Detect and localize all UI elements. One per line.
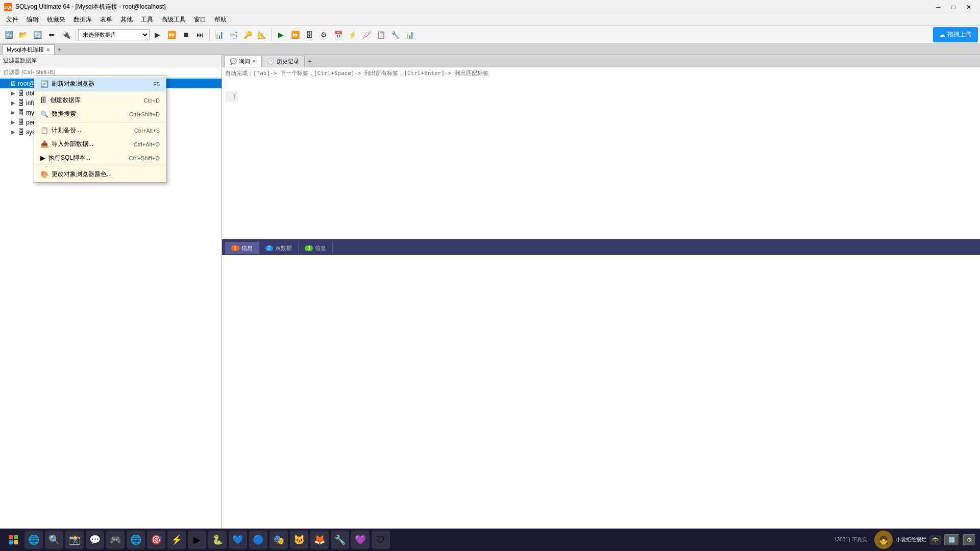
taskbar-camera[interactable]: 📸 bbox=[65, 531, 84, 549]
tool-key[interactable]: 🔑 bbox=[241, 28, 254, 41]
tool-green1[interactable]: ▶ bbox=[274, 28, 287, 41]
add-query-tab-button[interactable]: + bbox=[305, 57, 315, 65]
query-tab-bar: 💬 询问 ✕ 🕐 历史记录 + bbox=[222, 55, 980, 67]
taskbar-app8[interactable]: 💜 bbox=[351, 531, 370, 549]
taskbar-vscode[interactable]: 💙 bbox=[229, 531, 247, 549]
ctx-exec-label: 执行SQL脚本... bbox=[48, 154, 90, 162]
tab-ask-close[interactable]: ✕ bbox=[252, 59, 256, 64]
tool-extra2[interactable]: 📊 bbox=[403, 28, 416, 41]
close-button[interactable]: ✕ bbox=[962, 2, 976, 12]
menu-edit[interactable]: 编辑 bbox=[22, 14, 43, 25]
menu-tools[interactable]: 工具 bbox=[137, 14, 157, 25]
result-tab-message[interactable]: 3 信息 bbox=[299, 242, 333, 254]
conn-tab-label: Mysql本机连接 bbox=[7, 46, 44, 54]
tool-event[interactable]: 📅 bbox=[331, 28, 345, 41]
database-selector[interactable]: 未选择数据库 bbox=[78, 29, 150, 40]
settings-tray-button[interactable]: ⚙ bbox=[963, 534, 976, 546]
connection-tab-mysql[interactable]: Mysql本机连接 ✕ bbox=[2, 44, 55, 55]
result-panel: 1 信息 2 表数据 3 信息 全部 bbox=[222, 241, 980, 551]
tool-extra1[interactable]: 🔧 bbox=[388, 28, 402, 41]
ctx-change-color[interactable]: 🎨 更改对象浏览器颜色... bbox=[34, 167, 166, 181]
result-tab-tabledata[interactable]: 2 表数据 bbox=[259, 242, 299, 254]
tool-exec[interactable]: ▶ bbox=[151, 28, 164, 41]
keyboard-indicator[interactable]: 中 bbox=[929, 535, 941, 545]
add-connection-button[interactable]: + bbox=[55, 45, 64, 54]
ctx-refresh[interactable]: 🔄 刷新对象浏览器 F5 bbox=[34, 77, 166, 91]
tool-green2[interactable]: ⏩ bbox=[288, 28, 302, 41]
icon-db01: 🗄 bbox=[18, 89, 24, 97]
taskbar-app1[interactable]: ⚡ bbox=[167, 531, 186, 549]
taskbar-right: 1303门 不真实 👧 小裳拒绝摆烂 中 🔡 ⚙ bbox=[830, 531, 976, 549]
ctx-search-shortcut: Ctrl+Shift+D bbox=[129, 111, 160, 117]
tool-connect[interactable]: 🔌 bbox=[59, 28, 72, 41]
tool-exec-all[interactable]: ⏩ bbox=[165, 28, 178, 41]
conn-tab-close[interactable]: ✕ bbox=[46, 47, 50, 53]
root-icon: 🖥 bbox=[10, 80, 16, 87]
toggle-db01: ▶ bbox=[11, 90, 16, 96]
menu-table[interactable]: 表单 bbox=[96, 14, 116, 25]
taskbar-pycharm[interactable]: 🐍 bbox=[208, 531, 227, 549]
tool-report[interactable]: 📋 bbox=[374, 28, 387, 41]
maximize-button[interactable]: □ bbox=[946, 2, 961, 12]
tool-stop[interactable]: ⏹ bbox=[179, 28, 192, 41]
ctx-search[interactable]: 🔍 数据搜索 Ctrl+Shift+D bbox=[34, 107, 166, 121]
taskbar-search[interactable]: 🔍 bbox=[45, 531, 63, 549]
tool-chart[interactable]: 📈 bbox=[360, 28, 373, 41]
ime-button[interactable]: 🔡 bbox=[944, 534, 960, 546]
tool-index[interactable]: 📑 bbox=[227, 28, 240, 41]
svg-rect-2 bbox=[9, 540, 13, 544]
taskbar-app2[interactable]: ▶ bbox=[188, 531, 206, 549]
tool-schema[interactable]: 📐 bbox=[255, 28, 268, 41]
query-tab-history[interactable]: 🕐 历史记录 bbox=[262, 56, 305, 67]
menu-other[interactable]: 其他 bbox=[116, 14, 137, 25]
taskbar-edge[interactable]: 🌐 bbox=[24, 531, 43, 549]
result-content bbox=[222, 255, 980, 540]
toggle-sys: ▶ bbox=[11, 129, 16, 135]
menu-advanced[interactable]: 高级工具 bbox=[157, 14, 190, 25]
anime-character: 👧 bbox=[874, 531, 893, 549]
taskbar: 🌐 🔍 📸 💬 🎮 🌐 🎯 ⚡ ▶ 🐍 💙 🔵 🎭 🐱 🦊 🔧 💜 🛡 1303… bbox=[0, 529, 980, 551]
right-panel: 💬 询问 ✕ 🕐 历史记录 + 自动完成：[Tab]-> 下一个标签，[Ctrl… bbox=[222, 55, 980, 551]
taskbar-app5[interactable]: 🐱 bbox=[290, 531, 308, 549]
tool-proc[interactable]: ⚙ bbox=[317, 28, 330, 41]
taskbar-epic[interactable]: 🎮 bbox=[106, 531, 125, 549]
menu-database[interactable]: 数据库 bbox=[69, 14, 96, 25]
taskbar-app6[interactable]: 🦊 bbox=[310, 531, 329, 549]
title-bar: SQL SQLyog Ultimate 64 - [Mysql本机连接 - ro… bbox=[0, 0, 980, 14]
taskbar-app4[interactable]: 🎭 bbox=[270, 531, 288, 549]
taskbar-app9[interactable]: 🛡 bbox=[372, 531, 390, 549]
minimize-button[interactable]: ─ bbox=[931, 2, 945, 12]
tool-back[interactable]: ⬅ bbox=[45, 28, 58, 41]
editor-content[interactable] bbox=[239, 79, 977, 222]
tool-table[interactable]: 📊 bbox=[212, 28, 226, 41]
system-tray: 1303门 不真实 bbox=[830, 536, 871, 543]
tool-refresh[interactable]: 🔄 bbox=[31, 28, 44, 41]
tool-trigger[interactable]: ⚡ bbox=[346, 28, 359, 41]
taskbar-app7[interactable]: 🔧 bbox=[331, 531, 349, 549]
ctx-backup-icon: 📋 bbox=[40, 127, 48, 134]
tool-next[interactable]: ⏭ bbox=[193, 28, 207, 41]
separator-2 bbox=[209, 29, 210, 41]
taskbar-app3[interactable]: 🔵 bbox=[249, 531, 267, 549]
ctx-exec-sql[interactable]: ▶ 执行SQL脚本... Ctrl+Shift+Q bbox=[34, 151, 166, 165]
ctx-schedule-backup[interactable]: 📋 计划备份... Ctrl+Alt+S bbox=[34, 123, 166, 137]
tool-new[interactable]: 🆕 bbox=[2, 28, 15, 41]
taskbar-wechat[interactable]: 💬 bbox=[86, 531, 104, 549]
upload-button[interactable]: ☁ 拖拽上传 bbox=[933, 27, 978, 42]
tool-db-connect[interactable]: 🗄 bbox=[303, 28, 316, 41]
result-tab-message-label: 信息 bbox=[315, 244, 326, 252]
menu-window[interactable]: 窗口 bbox=[190, 14, 210, 25]
taskbar-chrome[interactable]: 🌐 bbox=[127, 531, 145, 549]
start-button[interactable] bbox=[4, 531, 22, 549]
query-tab-ask[interactable]: 💬 询问 ✕ bbox=[224, 56, 262, 67]
menu-help[interactable]: 帮助 bbox=[210, 14, 231, 25]
context-menu: 🔄 刷新对象浏览器 F5 🗄 创建数据库 Ctrl+D 🔍 数据搜索 Ctrl+… bbox=[34, 76, 166, 183]
result-tab-info[interactable]: 1 信息 bbox=[225, 242, 259, 254]
taskbar-steam[interactable]: 🎯 bbox=[147, 531, 165, 549]
ctx-import[interactable]: 📥 导入外部数据... Ctrl+Alt+O bbox=[34, 137, 166, 151]
menu-favorites[interactable]: 收藏夹 bbox=[43, 14, 69, 25]
ctx-create-db[interactable]: 🗄 创建数据库 Ctrl+D bbox=[34, 93, 166, 107]
tool-open[interactable]: 📂 bbox=[16, 28, 30, 41]
main-window: SQL SQLyog Ultimate 64 - [Mysql本机连接 - ro… bbox=[0, 0, 980, 529]
menu-file[interactable]: 文件 bbox=[2, 14, 22, 25]
